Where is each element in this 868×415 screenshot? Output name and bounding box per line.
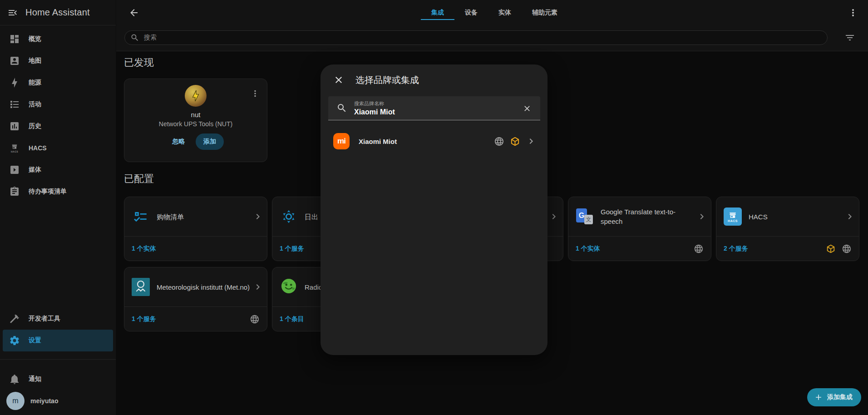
entity-count-link[interactable]: 1 个服务 bbox=[132, 315, 250, 323]
integration-card-header[interactable]: 购物清单 bbox=[124, 197, 267, 236]
package-icon bbox=[826, 244, 836, 254]
fab-label: 添加集成 bbox=[827, 393, 853, 401]
integration-name: nut bbox=[191, 111, 201, 119]
translate-char: 文 bbox=[584, 215, 593, 224]
sidebar-item-label: 开发者工具 bbox=[29, 315, 60, 323]
sidebar-item[interactable]: 媒体 bbox=[3, 159, 113, 181]
user-name: meiyutao bbox=[30, 397, 58, 405]
add-integration-fab[interactable]: 添加集成 bbox=[807, 388, 861, 406]
tab-item[interactable]: 辅助元素 bbox=[522, 0, 568, 25]
chevron-right-icon bbox=[526, 136, 537, 147]
brand-picker-dialog: 选择品牌或集成 搜索品牌名称 Xiaomi Miot miXiaomi Miot bbox=[321, 64, 547, 355]
clear-search-icon[interactable] bbox=[521, 103, 533, 114]
sidebar-item[interactable]: HACSHACS bbox=[3, 137, 113, 159]
sidebar-item[interactable]: 概览 bbox=[3, 28, 113, 50]
search-row: 搜索 bbox=[116, 25, 868, 51]
integration-icon bbox=[132, 208, 150, 226]
brand-badges bbox=[494, 136, 537, 147]
brand-search-field[interactable]: 搜索品牌名称 Xiaomi Miot bbox=[328, 96, 540, 120]
history-chart-icon bbox=[9, 121, 20, 132]
integration-description: Network UPS Tools (NUT) bbox=[159, 120, 232, 128]
discovered-heading: 已发现 bbox=[124, 56, 154, 69]
integration-name: HACS bbox=[749, 212, 844, 222]
chevron-right-icon bbox=[548, 211, 559, 222]
card-badges bbox=[826, 244, 852, 254]
filter-icon[interactable] bbox=[844, 32, 855, 43]
tab-active[interactable]: 集成 bbox=[421, 0, 454, 25]
chevron-right-icon bbox=[696, 211, 707, 222]
sidebar-item[interactable]: 待办事项清单 bbox=[3, 181, 113, 203]
tab-item[interactable]: 设备 bbox=[454, 0, 488, 25]
search-placeholder: 搜索 bbox=[144, 34, 157, 42]
card-actions: 忽略 添加 bbox=[168, 133, 224, 150]
sidebar-item[interactable]: 历史 bbox=[3, 115, 113, 137]
card-badges bbox=[250, 314, 260, 324]
package-icon bbox=[510, 136, 520, 147]
dialog-results: miXiaomi Miot bbox=[321, 128, 547, 154]
list-icon bbox=[9, 99, 20, 110]
integration-icon bbox=[132, 278, 150, 296]
sidebar-footer-items: 开发者工具设置 bbox=[0, 308, 116, 351]
dialog-header: 选择品牌或集成 bbox=[321, 64, 547, 86]
sidebar-item[interactable]: 设置 bbox=[3, 330, 113, 351]
close-icon[interactable] bbox=[332, 74, 345, 86]
sidebar-nav: 概览地图能源活动历史HACSHACS媒体待办事项清单 bbox=[0, 25, 116, 203]
globe-icon bbox=[494, 136, 504, 147]
hacs-tile-icon: HACS bbox=[724, 208, 742, 226]
integration-card-footer: 1 个服务 bbox=[124, 307, 267, 331]
sidebar-item-label: 媒体 bbox=[29, 166, 41, 174]
integration-card: Meteorologisk institutt (Met.no)1 个服务 bbox=[124, 267, 267, 331]
sidebar-item-label: 待办事项清单 bbox=[29, 188, 67, 196]
sidebar-item-notifications[interactable]: 通知 bbox=[3, 368, 113, 390]
search-field-label: 搜索品牌名称 bbox=[354, 100, 395, 107]
card-menu-button[interactable] bbox=[248, 86, 262, 101]
integration-card-header[interactable]: G文Google Translate text-to-speech bbox=[568, 197, 711, 236]
sidebar-bottom: 开发者工具设置 通知 m meiyutao bbox=[0, 308, 116, 412]
menu-open-icon[interactable] bbox=[2, 2, 24, 24]
globe-icon bbox=[694, 244, 704, 254]
sidebar: Home Assistant 概览地图能源活动历史HACSHACS媒体待办事项清… bbox=[0, 0, 116, 415]
dashboard-icon bbox=[9, 34, 20, 44]
avatar: m bbox=[6, 392, 25, 410]
search-input[interactable]: 搜索 bbox=[124, 30, 828, 45]
integration-card-header[interactable]: Meteorologisk institutt (Met.no) bbox=[124, 267, 267, 306]
overflow-menu-button[interactable] bbox=[844, 4, 862, 22]
entity-count-link[interactable]: 1 个实体 bbox=[132, 245, 260, 253]
integration-name: Google Translate text-to-speech bbox=[601, 207, 696, 226]
map-person-icon bbox=[9, 55, 20, 66]
sidebar-item[interactable]: 能源 bbox=[3, 72, 113, 94]
sidebar-item[interactable]: 活动 bbox=[3, 94, 113, 115]
checklist-icon bbox=[133, 209, 148, 224]
metno-icon bbox=[132, 278, 150, 296]
integration-icon bbox=[280, 278, 298, 296]
sidebar-divider bbox=[0, 359, 116, 360]
entity-count-link[interactable]: 2 个服务 bbox=[724, 245, 826, 253]
integration-icon: G文 bbox=[576, 208, 594, 226]
search-field-value: Xiaomi Miot bbox=[354, 108, 395, 116]
brand-result-row[interactable]: miXiaomi Miot bbox=[321, 128, 547, 154]
sidebar-item-label: 能源 bbox=[29, 79, 41, 87]
sidebar-item-user[interactable]: m meiyutao bbox=[3, 390, 113, 412]
ignore-button[interactable]: 忽略 bbox=[168, 133, 189, 150]
home-assistant-app: Home Assistant 概览地图能源活动历史HACSHACS媒体待办事项清… bbox=[0, 0, 868, 415]
back-button[interactable] bbox=[123, 2, 145, 24]
sun-icon bbox=[281, 209, 296, 224]
globe-icon bbox=[842, 244, 852, 254]
toolbar: 集成设备实体辅助元素 bbox=[116, 0, 868, 25]
add-button[interactable]: 添加 bbox=[196, 133, 224, 150]
sidebar-item[interactable]: 地图 bbox=[3, 50, 113, 72]
integration-card-footer: 1 个实体 bbox=[568, 237, 711, 261]
integration-card-footer: 1 个实体 bbox=[124, 237, 267, 261]
clipboard-list-icon bbox=[9, 186, 20, 197]
card-badges bbox=[694, 244, 704, 254]
globe-icon bbox=[250, 314, 260, 324]
dialog-title: 选择品牌或集成 bbox=[355, 74, 419, 86]
chevron-right-icon bbox=[844, 211, 855, 222]
sidebar-item-label: 设置 bbox=[29, 336, 41, 345]
tab-item[interactable]: 实体 bbox=[488, 0, 522, 25]
search-icon bbox=[130, 33, 139, 42]
sidebar-item[interactable]: 开发者工具 bbox=[3, 308, 113, 330]
entity-count-link[interactable]: 1 个实体 bbox=[576, 245, 694, 253]
integration-card-header[interactable]: HACSHACS bbox=[716, 197, 859, 236]
sidebar-item-label: 地图 bbox=[29, 57, 41, 65]
